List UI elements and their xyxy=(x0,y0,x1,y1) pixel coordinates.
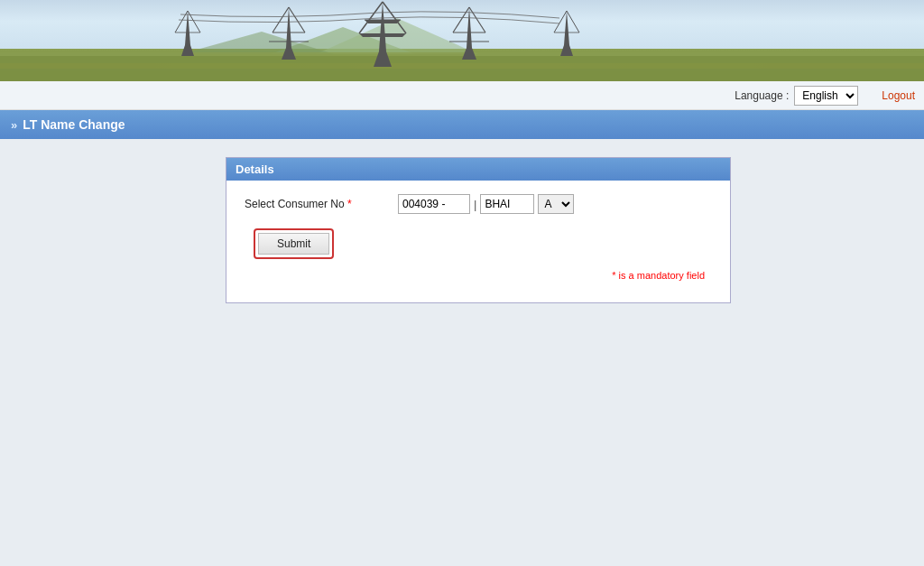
svg-marker-25 xyxy=(185,11,190,45)
svg-marker-31 xyxy=(560,45,573,56)
mandatory-note: * is a mandatory field xyxy=(245,266,712,284)
logout-link[interactable]: Logout xyxy=(882,89,915,102)
page-title-bar: » LT Name Change xyxy=(0,110,924,139)
svg-line-32 xyxy=(554,11,567,32)
language-label: Language : xyxy=(735,89,789,102)
header-banner xyxy=(0,0,924,81)
page-title: LT Name Change xyxy=(23,117,125,132)
svg-marker-30 xyxy=(564,11,569,45)
required-marker: * xyxy=(347,198,352,210)
language-bar: Language : English Hindi Marathi Logout xyxy=(0,81,924,110)
details-body: Select Consumer No * | A B C Sub xyxy=(226,181,730,302)
svg-line-15 xyxy=(273,7,289,32)
svg-line-33 xyxy=(567,11,579,32)
submit-button[interactable]: Submit xyxy=(258,233,329,255)
svg-marker-8 xyxy=(359,33,406,37)
consumer-inputs: | A B C xyxy=(398,194,574,214)
svg-line-27 xyxy=(175,11,188,32)
svg-marker-26 xyxy=(181,45,194,56)
consumer-type-select[interactable]: A B C xyxy=(538,194,574,214)
main-content: Details Select Consumer No * | A B C xyxy=(0,139,924,554)
submit-row: Submit xyxy=(245,228,712,259)
consumer-no-label: Select Consumer No * xyxy=(245,198,389,210)
consumer-name-input[interactable] xyxy=(480,194,534,214)
input-separator: | xyxy=(474,198,476,211)
svg-line-22 xyxy=(469,7,485,32)
svg-marker-7 xyxy=(365,20,401,23)
svg-line-28 xyxy=(188,11,200,32)
towers-svg xyxy=(0,0,924,81)
svg-rect-4 xyxy=(0,56,924,81)
language-section: Language : English Hindi Marathi Logout xyxy=(735,86,915,106)
consumer-num-input[interactable] xyxy=(398,194,470,214)
language-select[interactable]: English Hindi Marathi xyxy=(794,86,858,106)
submit-btn-wrapper: Submit xyxy=(254,228,334,259)
details-header: Details xyxy=(226,158,730,181)
svg-line-16 xyxy=(289,7,305,32)
title-arrows: » xyxy=(11,118,17,132)
svg-line-21 xyxy=(453,7,469,32)
details-panel: Details Select Consumer No * | A B C xyxy=(226,157,731,303)
consumer-no-row: Select Consumer No * | A B C xyxy=(245,194,712,214)
